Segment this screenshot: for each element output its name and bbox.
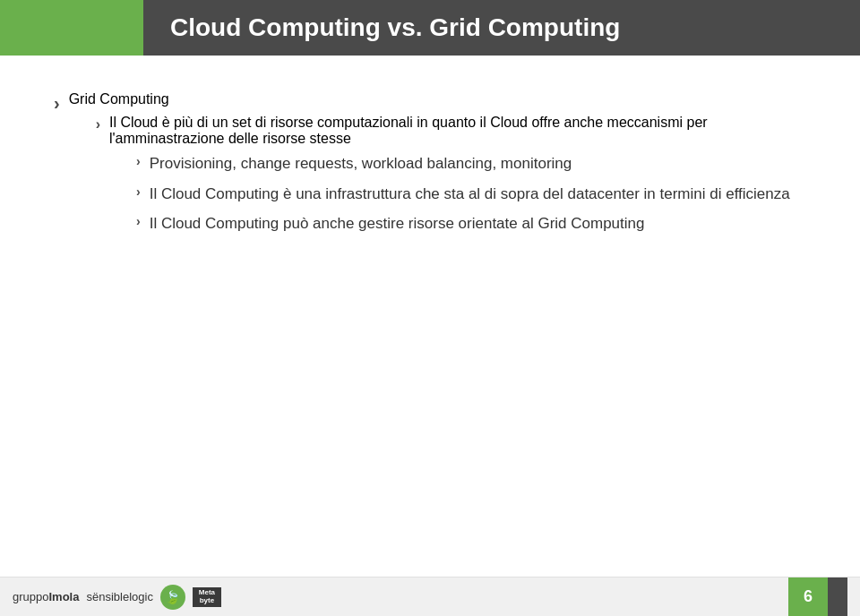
footer-logo-text: gruppoImola (13, 590, 79, 603)
chevron-icon-l3-3 (136, 214, 141, 228)
bullet-level2-cloud-risorse: Il Cloud è più di un set di risorse comp… (96, 115, 806, 243)
level3-text-1: Provisioning, change requests, workload … (150, 152, 572, 175)
footer-page-number: 6 (788, 578, 828, 617)
footer: gruppoImola sënsiblelogic 🍃 Metabyte 6 (0, 577, 860, 616)
bullet-level3-infrastruttura: Il Cloud Computing è una infrastruttura … (136, 183, 806, 206)
bullet-level3-gestire: Il Cloud Computing può anche gestire ris… (136, 212, 806, 235)
content-area: Grid Computing Il Cloud è più di un set … (0, 56, 860, 577)
footer-box-text: Metabyte (199, 589, 215, 605)
level3-text-2: Il Cloud Computing è una infrastruttura … (150, 183, 790, 206)
footer-logo-area: gruppoImola sënsiblelogic 🍃 Metabyte (13, 585, 788, 610)
bullet-level1-grid-computing: Grid Computing Il Cloud è più di un set … (54, 91, 806, 252)
footer-logo-sensible: sënsiblelogic (86, 590, 152, 603)
leaf-icon: 🍃 (165, 590, 180, 604)
chevron-icon-l2-1 (96, 116, 100, 133)
level2-text-1: Il Cloud è più di un set di risorse comp… (109, 115, 708, 146)
level1-label: Grid Computing (69, 91, 169, 107)
level3-text-3: Il Cloud Computing può anche gestire ris… (150, 212, 645, 235)
chevron-icon-l3-2 (136, 184, 141, 199)
header-title: Cloud Computing vs. Grid Computing (170, 13, 620, 42)
chevron-icon-l3-1 (136, 154, 141, 168)
chevron-icon-l1 (54, 93, 60, 114)
footer-dark-bar (828, 578, 847, 617)
header: Cloud Computing vs. Grid Computing (0, 0, 860, 56)
header-green-bar (0, 0, 143, 56)
sub-sub-bullets: Provisioning, change requests, workload … (136, 152, 806, 235)
header-title-area: Cloud Computing vs. Grid Computing (143, 0, 860, 56)
footer-logo-green-circle: 🍃 (160, 585, 185, 610)
sub-bullets: Il Cloud è più di un set di risorse comp… (96, 115, 806, 243)
footer-logo-box: Metabyte (193, 587, 221, 607)
bullet-level3-provisioning: Provisioning, change requests, workload … (136, 152, 806, 175)
